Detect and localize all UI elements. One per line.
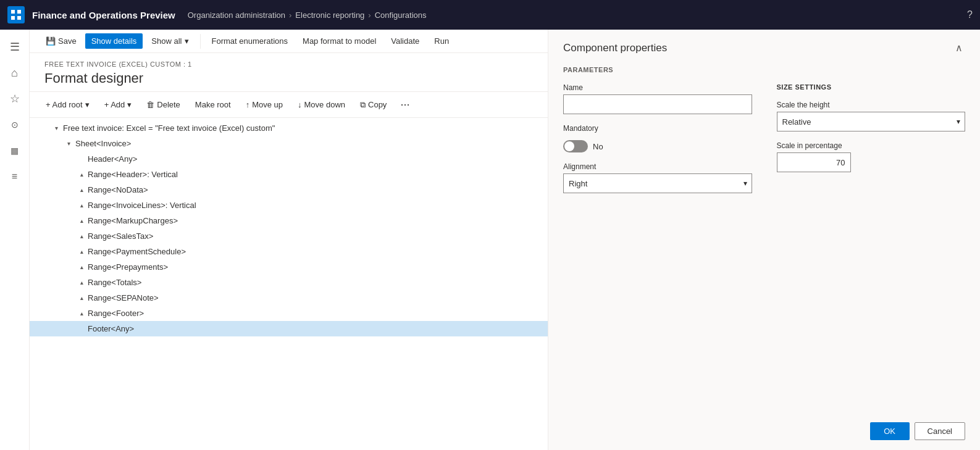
mandatory-label: Mandatory bbox=[563, 124, 752, 133]
right-panel: Component properties ∧ Parameters Name M… bbox=[548, 30, 980, 450]
alignment-select[interactable]: Left Center Right bbox=[563, 173, 752, 193]
scale-percentage-field-group: Scale in percentage bbox=[777, 141, 966, 172]
tree-arrow-root: ▾ bbox=[52, 124, 61, 133]
scale-percentage-label: Scale in percentage bbox=[777, 141, 966, 150]
sidebar-hamburger[interactable]: ☰ bbox=[2, 35, 27, 59]
move-down-button[interactable]: ↓ Move down bbox=[291, 97, 351, 112]
panel-header: Component properties ∧ bbox=[548, 30, 980, 61]
sidebar-home[interactable]: ⌂ bbox=[2, 60, 27, 85]
app-grid-icon[interactable] bbox=[7, 6, 25, 23]
run-button[interactable]: Run bbox=[428, 33, 455, 49]
scale-percentage-input[interactable] bbox=[777, 152, 851, 172]
tree-arrow-sheet: ▾ bbox=[64, 140, 73, 148]
copy-button[interactable]: ⧉ Copy bbox=[354, 97, 393, 113]
panel-title: Component properties bbox=[563, 42, 667, 54]
alignment-label: Alignment bbox=[563, 162, 752, 171]
mandatory-value: No bbox=[593, 142, 603, 151]
move-up-icon: ↑ bbox=[246, 100, 250, 109]
mandatory-toggle[interactable] bbox=[563, 140, 588, 152]
alignment-select-wrapper: Left Center Right bbox=[563, 173, 752, 193]
content-area: 💾 Save Show details Show all ▾ Format en… bbox=[30, 30, 548, 450]
breadcrumb-sep-1: › bbox=[289, 10, 291, 20]
tree-item-range-markup[interactable]: ▸ Range<MarkupCharges> bbox=[30, 213, 548, 228]
tree-container: ▾ Free text invoice: Excel = "Free text … bbox=[30, 118, 548, 450]
cancel-button[interactable]: Cancel bbox=[915, 422, 965, 440]
tree-arrow-range-salestax: ▸ bbox=[77, 232, 85, 241]
save-icon: 💾 bbox=[46, 36, 56, 46]
tree-item-range-footer[interactable]: ▸ Range<Footer> bbox=[30, 306, 548, 321]
make-root-button[interactable]: Make root bbox=[189, 97, 237, 112]
toolbar-sep-1 bbox=[200, 34, 201, 49]
tree-arrow-range-footer: ▸ bbox=[77, 309, 85, 318]
sidebar-workspaces[interactable]: ▦ bbox=[2, 138, 27, 163]
move-up-button[interactable]: ↑ Move up bbox=[240, 97, 289, 112]
copy-icon: ⧉ bbox=[360, 100, 366, 110]
designer-header: FREE TEXT INVOICE (EXCEL) CUSTOM : 1 For… bbox=[30, 53, 548, 91]
show-details-button[interactable]: Show details bbox=[85, 33, 143, 49]
breadcrumb: Organization administration › Electronic… bbox=[188, 10, 427, 20]
format-enumerations-button[interactable]: Format enumerations bbox=[206, 33, 295, 49]
tree-arrow-range-payment: ▸ bbox=[77, 248, 85, 256]
main-layout: ☰ ⌂ ☆ ⊙ ▦ ≡ 💾 Save Show details Show all… bbox=[0, 30, 980, 450]
params-right: SIZE SETTINGS Scale the height Relative … bbox=[777, 83, 966, 193]
show-all-button[interactable]: Show all ▾ bbox=[145, 33, 195, 49]
help-button[interactable]: ? bbox=[967, 9, 973, 20]
panel-collapse-button[interactable]: ∧ bbox=[953, 40, 965, 56]
tree-arrow-range-prepayments: ▸ bbox=[77, 263, 85, 272]
tree-item-range-sepa[interactable]: ▸ Range<SEPANote> bbox=[30, 290, 548, 306]
sidebar-modules[interactable]: ≡ bbox=[2, 164, 27, 189]
delete-icon: 🗑 bbox=[146, 100, 154, 109]
tree-arrow-range-header: ▸ bbox=[77, 170, 85, 179]
scale-height-select[interactable]: Relative Absolute bbox=[777, 112, 966, 131]
tree-item-root[interactable]: ▾ Free text invoice: Excel = "Free text … bbox=[30, 120, 548, 136]
toggle-knob bbox=[564, 141, 574, 151]
toolbar: 💾 Save Show details Show all ▾ Format en… bbox=[30, 30, 548, 53]
move-down-icon: ↓ bbox=[298, 100, 302, 109]
add-button[interactable]: + Add ▾ bbox=[98, 97, 138, 112]
params-left: Name Mandatory No Alignment bbox=[563, 83, 752, 193]
left-sidebar: ☰ ⌂ ☆ ⊙ ▦ ≡ bbox=[0, 30, 30, 450]
tree-item-range-nodata[interactable]: ▸ Range<NoData> bbox=[30, 182, 548, 198]
tree-item-range-invoicelines[interactable]: ▸ Range<InvoiceLines>: Vertical bbox=[30, 198, 548, 213]
breadcrumb-org-admin[interactable]: Organization administration bbox=[188, 10, 285, 20]
breadcrumb-configurations[interactable]: Configurations bbox=[375, 10, 427, 20]
tree-item-range-prepayments[interactable]: ▸ Range<Prepayments> bbox=[30, 259, 548, 275]
panel-footer: OK Cancel bbox=[548, 412, 980, 450]
tree-item-range-totals[interactable]: ▸ Range<Totals> bbox=[30, 275, 548, 290]
parameters-section-title: Parameters bbox=[563, 66, 965, 73]
scale-height-select-wrapper: Relative Absolute bbox=[777, 112, 966, 131]
tree-item-sheet[interactable]: ▾ Sheet<Invoice> bbox=[30, 136, 548, 151]
size-settings-title: SIZE SETTINGS bbox=[777, 83, 966, 91]
map-format-button[interactable]: Map format to model bbox=[296, 33, 382, 49]
params-container: Name Mandatory No Alignment bbox=[563, 83, 965, 193]
mandatory-row: No bbox=[563, 140, 752, 152]
name-input[interactable] bbox=[563, 94, 752, 114]
tree-item-header[interactable]: ▾ Header<Any> bbox=[30, 151, 548, 167]
validate-button[interactable]: Validate bbox=[385, 33, 425, 49]
tree-item-range-header[interactable]: ▸ Range<Header>: Vertical bbox=[30, 167, 548, 182]
scale-height-field-group: Scale the height Relative Absolute bbox=[777, 101, 966, 131]
tree-item-range-payment[interactable]: ▸ Range<PaymentSchedule> bbox=[30, 244, 548, 259]
tree-arrow-range-totals: ▸ bbox=[77, 278, 85, 287]
tree-arrow-range-nodata: ▸ bbox=[77, 186, 85, 194]
add-root-button[interactable]: + Add root ▾ bbox=[40, 97, 96, 112]
tree-item-range-salestax[interactable]: ▸ Range<SalesTax> bbox=[30, 228, 548, 244]
designer-toolbar: + Add root ▾ + Add ▾ 🗑 Delete Make root … bbox=[30, 91, 548, 118]
breadcrumb-sep-2: › bbox=[368, 10, 371, 20]
parameters-section: Parameters Name Mandatory No bbox=[548, 61, 980, 203]
name-field-group: Name bbox=[563, 83, 752, 114]
delete-button[interactable]: 🗑 Delete bbox=[140, 97, 186, 112]
tree-item-footer[interactable]: ▾ Footer<Any> bbox=[30, 321, 548, 336]
save-button[interactable]: 💾 Save bbox=[40, 33, 83, 49]
designer-title: Format designer bbox=[44, 70, 533, 86]
tree-arrow-range-invoicelines: ▸ bbox=[77, 201, 85, 210]
designer-breadcrumb: FREE TEXT INVOICE (EXCEL) CUSTOM : 1 bbox=[44, 60, 533, 68]
breadcrumb-electronic-reporting[interactable]: Electronic reporting bbox=[295, 10, 364, 20]
more-button[interactable]: ··· bbox=[395, 96, 414, 114]
svg-rect-3 bbox=[17, 16, 21, 20]
sidebar-recent[interactable]: ⊙ bbox=[2, 112, 27, 137]
app-title: Finance and Operations Preview bbox=[32, 10, 175, 20]
sidebar-favorites[interactable]: ☆ bbox=[2, 86, 27, 111]
ok-button[interactable]: OK bbox=[870, 422, 910, 440]
scale-height-label: Scale the height bbox=[777, 101, 966, 109]
